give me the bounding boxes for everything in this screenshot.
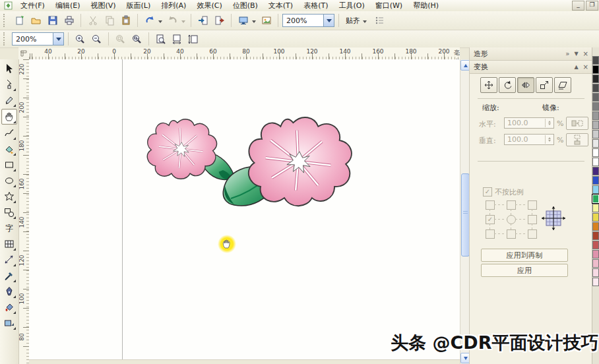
- options-button[interactable]: [372, 13, 387, 28]
- application-launcher-button[interactable]: [236, 13, 251, 28]
- vertical-spinner[interactable]: [545, 135, 553, 144]
- palette-swatch[interactable]: [592, 65, 599, 74]
- menu-help[interactable]: 帮助(H): [408, 0, 444, 11]
- shaping-docker-header[interactable]: 造形 » ▼ ×: [470, 47, 592, 61]
- apply-button[interactable]: 应用: [481, 264, 568, 277]
- menu-edit[interactable]: 编辑(E): [50, 0, 86, 11]
- anchor-middle-left[interactable]: ✓: [486, 215, 495, 224]
- zoom-to-all-objects-button[interactable]: [129, 32, 144, 46]
- zoom-to-selected-button[interactable]: [113, 32, 128, 46]
- ellipse-tool[interactable]: [2, 173, 16, 188]
- new-document-button[interactable]: [12, 13, 27, 28]
- restore-button[interactable]: ❐: [586, 1, 598, 11]
- docker-collapse-icon[interactable]: ▲: [574, 61, 578, 73]
- anchor-center[interactable]: [507, 215, 516, 224]
- copy-button[interactable]: [102, 13, 117, 28]
- redo-button[interactable]: [165, 13, 180, 28]
- zoom-to-page-button[interactable]: [153, 32, 168, 46]
- transform-skew-button[interactable]: [554, 77, 571, 93]
- ruler-origin[interactable]: [18, 47, 30, 60]
- palette-swatch[interactable]: [592, 130, 599, 138]
- anchor-middle-right[interactable]: [528, 215, 537, 224]
- palette-swatch[interactable]: [592, 259, 599, 268]
- mirror-horizontal-button[interactable]: [566, 117, 588, 130]
- menu-tools[interactable]: 工具(O): [333, 0, 369, 11]
- menu-bitmaps[interactable]: 位图(B): [228, 0, 263, 11]
- fill-tool[interactable]: [2, 300, 16, 315]
- horizontal-spinner[interactable]: [545, 119, 553, 127]
- menu-view[interactable]: 视图(V): [85, 0, 121, 11]
- palette-swatch[interactable]: [592, 250, 599, 258]
- crop-tool[interactable]: [2, 93, 16, 107]
- drawing-canvas[interactable]: [29, 59, 460, 364]
- menu-layout[interactable]: 版面(L): [121, 0, 156, 11]
- paste-button[interactable]: [118, 13, 133, 28]
- menu-table[interactable]: 表格(T): [298, 0, 333, 11]
- pan-tool[interactable]: [1, 109, 17, 125]
- cut-button[interactable]: [85, 13, 100, 28]
- eyedropper-tool[interactable]: [2, 268, 16, 283]
- redo-dropdown[interactable]: [181, 20, 185, 25]
- toolbar-drag-handle[interactable]: [3, 14, 7, 27]
- anchor-bottom-left[interactable]: [486, 229, 495, 239]
- transform-position-button[interactable]: [480, 77, 497, 93]
- palette-swatch[interactable]: [592, 231, 599, 240]
- open-button[interactable]: [28, 13, 44, 28]
- palette-swatch[interactable]: [592, 158, 599, 166]
- palette-swatch[interactable]: [592, 204, 599, 212]
- anchor-top-center[interactable]: [507, 200, 516, 210]
- palette-swatch[interactable]: [592, 121, 599, 129]
- smart-fill-tool[interactable]: [2, 142, 16, 156]
- palette-swatch[interactable]: [592, 213, 599, 222]
- anchor-top-right[interactable]: [528, 200, 537, 210]
- docker-collapse-icon[interactable]: ▼: [574, 47, 578, 60]
- transform-rotation-button[interactable]: [499, 77, 516, 93]
- palette-swatch[interactable]: [592, 222, 599, 231]
- save-button[interactable]: [45, 13, 60, 28]
- docker-expand-icon[interactable]: »: [565, 47, 569, 60]
- palette-swatch[interactable]: [592, 148, 599, 157]
- flower-right[interactable]: [249, 117, 352, 206]
- palette-swatch[interactable]: [592, 93, 599, 102]
- flower-left[interactable]: [147, 119, 234, 180]
- non-proportional-checkbox[interactable]: ✓: [483, 187, 492, 197]
- zoom-levels-combo[interactable]: 200%: [12, 32, 64, 46]
- zoom-in-button[interactable]: [73, 32, 88, 46]
- palette-swatch[interactable]: [592, 102, 599, 111]
- palette-swatch[interactable]: [592, 167, 599, 175]
- horizontal-scrollbar[interactable]: [29, 359, 460, 364]
- palette-swatch[interactable]: [592, 139, 599, 148]
- palette-swatch[interactable]: [592, 185, 599, 194]
- zoom-out-button[interactable]: [89, 32, 104, 46]
- print-button[interactable]: [61, 13, 77, 28]
- apply-to-duplicate-button[interactable]: 应用到再制: [481, 249, 568, 262]
- text-tool[interactable]: 字: [2, 221, 16, 235]
- horizontal-scale-input[interactable]: 100.0: [504, 117, 554, 129]
- application-launcher-dropdown[interactable]: [252, 20, 256, 25]
- palette-swatch[interactable]: [592, 84, 599, 92]
- anchor-bottom-center[interactable]: [507, 229, 516, 239]
- zoom-level-combo[interactable]: 200%: [282, 14, 334, 27]
- dimension-tool[interactable]: [2, 253, 16, 267]
- property-bar-drag-handle[interactable]: [3, 32, 7, 46]
- palette-swatch[interactable]: [592, 278, 599, 286]
- minimize-button[interactable]: _: [572, 1, 584, 11]
- palette-swatch[interactable]: [592, 241, 599, 249]
- snap-to-button[interactable]: 贴齐: [343, 15, 371, 27]
- palette-swatch[interactable]: [592, 268, 599, 277]
- zoom-levels-dropdown[interactable]: [53, 33, 63, 45]
- transform-docker-header[interactable]: 变换 ▲ ×: [470, 61, 592, 74]
- table-tool[interactable]: [2, 237, 16, 251]
- shape-tool[interactable]: [2, 77, 16, 92]
- palette-swatch[interactable]: [592, 56, 599, 65]
- undo-dropdown[interactable]: [158, 20, 162, 25]
- vertical-scale-input[interactable]: 100.0: [504, 134, 554, 145]
- menu-window[interactable]: 窗口(W): [370, 0, 408, 11]
- zoom-combo-dropdown[interactable]: [323, 15, 334, 26]
- interactive-fill-tool[interactable]: [2, 316, 16, 330]
- mirror-vertical-button[interactable]: [566, 133, 588, 146]
- freehand-tool[interactable]: [2, 126, 16, 140]
- menu-effects[interactable]: 效果(C): [191, 0, 227, 11]
- outline-pen-tool[interactable]: [2, 284, 16, 299]
- transform-scale-mirror-button[interactable]: [517, 77, 534, 93]
